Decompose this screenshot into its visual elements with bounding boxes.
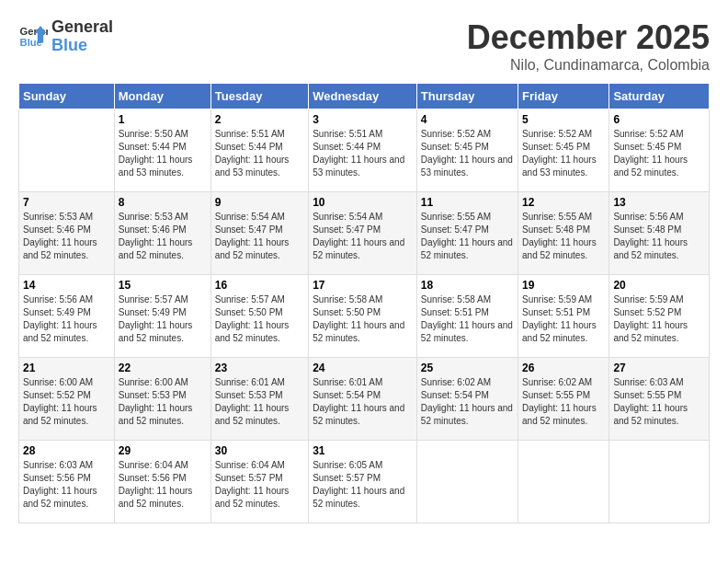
header-saturday: Saturday <box>609 84 710 109</box>
day-number: 18 <box>421 279 514 292</box>
day-cell: 11Sunrise: 5:55 AMSunset: 5:47 PMDayligh… <box>416 192 518 275</box>
day-info: Sunrise: 6:03 AMSunset: 5:55 PMDaylight:… <box>613 376 705 428</box>
day-cell: 13Sunrise: 5:56 AMSunset: 5:48 PMDayligh… <box>609 192 710 275</box>
day-cell: 24Sunrise: 6:01 AMSunset: 5:54 PMDayligh… <box>309 358 417 441</box>
day-cell: 5Sunrise: 5:52 AMSunset: 5:45 PMDaylight… <box>518 109 609 192</box>
header-tuesday: Tuesday <box>210 84 308 109</box>
day-info: Sunrise: 5:56 AMSunset: 5:49 PMDaylight:… <box>23 293 110 345</box>
day-cell: 19Sunrise: 5:59 AMSunset: 5:51 PMDayligh… <box>518 275 609 358</box>
logo-text: General Blue <box>51 18 113 55</box>
day-cell: 12Sunrise: 5:55 AMSunset: 5:48 PMDayligh… <box>518 192 609 275</box>
day-info: Sunrise: 6:05 AMSunset: 5:57 PMDaylight:… <box>313 459 413 511</box>
day-info: Sunrise: 6:04 AMSunset: 5:57 PMDaylight:… <box>215 459 304 511</box>
day-number: 3 <box>313 113 413 126</box>
day-info: Sunrise: 5:54 AMSunset: 5:47 PMDaylight:… <box>313 211 413 262</box>
week-row-1: 1Sunrise: 5:50 AMSunset: 5:44 PMDaylight… <box>19 109 710 192</box>
day-info: Sunrise: 5:54 AMSunset: 5:47 PMDaylight:… <box>215 211 304 262</box>
day-number: 16 <box>215 279 304 292</box>
day-number: 11 <box>421 196 514 209</box>
day-cell <box>518 441 609 523</box>
day-cell: 14Sunrise: 5:56 AMSunset: 5:49 PMDayligh… <box>19 275 115 358</box>
day-number: 29 <box>119 444 207 457</box>
day-cell: 18Sunrise: 5:58 AMSunset: 5:51 PMDayligh… <box>416 275 518 358</box>
day-cell: 28Sunrise: 6:03 AMSunset: 5:56 PMDayligh… <box>19 441 115 523</box>
day-cell: 27Sunrise: 6:03 AMSunset: 5:55 PMDayligh… <box>609 358 710 441</box>
day-cell: 17Sunrise: 5:58 AMSunset: 5:50 PMDayligh… <box>309 275 417 358</box>
day-cell: 7Sunrise: 5:53 AMSunset: 5:46 PMDaylight… <box>19 192 115 275</box>
day-cell: 4Sunrise: 5:52 AMSunset: 5:45 PMDaylight… <box>416 109 518 192</box>
day-cell: 22Sunrise: 6:00 AMSunset: 5:53 PMDayligh… <box>114 358 210 441</box>
day-cell: 26Sunrise: 6:02 AMSunset: 5:55 PMDayligh… <box>518 358 609 441</box>
day-cell <box>19 109 115 192</box>
day-cell: 23Sunrise: 6:01 AMSunset: 5:53 PMDayligh… <box>210 358 308 441</box>
day-number: 30 <box>215 444 304 457</box>
day-cell: 10Sunrise: 5:54 AMSunset: 5:47 PMDayligh… <box>309 192 417 275</box>
day-info: Sunrise: 5:51 AMSunset: 5:44 PMDaylight:… <box>313 128 413 179</box>
day-info: Sunrise: 5:56 AMSunset: 5:48 PMDaylight:… <box>613 211 705 262</box>
day-info: Sunrise: 5:57 AMSunset: 5:49 PMDaylight:… <box>119 293 207 345</box>
day-number: 19 <box>522 279 605 292</box>
day-number: 12 <box>522 196 605 209</box>
day-number: 25 <box>421 362 514 374</box>
logo-icon: General Blue <box>18 22 48 52</box>
day-number: 22 <box>119 362 207 374</box>
day-info: Sunrise: 5:57 AMSunset: 5:50 PMDaylight:… <box>215 293 304 345</box>
day-number: 7 <box>23 196 110 209</box>
day-info: Sunrise: 5:50 AMSunset: 5:44 PMDaylight:… <box>119 128 207 179</box>
day-number: 28 <box>23 444 110 457</box>
calendar-table: SundayMondayTuesdayWednesdayThursdayFrid… <box>18 83 710 523</box>
day-info: Sunrise: 5:58 AMSunset: 5:50 PMDaylight:… <box>313 293 413 345</box>
day-number: 26 <box>522 362 605 374</box>
week-row-3: 14Sunrise: 5:56 AMSunset: 5:49 PMDayligh… <box>19 275 710 358</box>
header-monday: Monday <box>114 84 210 109</box>
day-number: 27 <box>613 362 705 374</box>
day-cell <box>609 441 710 523</box>
day-cell: 1Sunrise: 5:50 AMSunset: 5:44 PMDaylight… <box>114 109 210 192</box>
day-number: 10 <box>313 196 413 209</box>
day-number: 5 <box>522 113 605 126</box>
day-number: 24 <box>313 362 413 374</box>
day-info: Sunrise: 5:55 AMSunset: 5:47 PMDaylight:… <box>421 211 514 262</box>
day-cell <box>416 441 518 523</box>
day-info: Sunrise: 5:53 AMSunset: 5:46 PMDaylight:… <box>23 211 110 262</box>
day-info: Sunrise: 6:03 AMSunset: 5:56 PMDaylight:… <box>23 459 110 511</box>
day-cell: 25Sunrise: 6:02 AMSunset: 5:54 PMDayligh… <box>416 358 518 441</box>
day-info: Sunrise: 6:00 AMSunset: 5:53 PMDaylight:… <box>119 376 207 428</box>
day-cell: 6Sunrise: 5:52 AMSunset: 5:45 PMDaylight… <box>609 109 710 192</box>
day-number: 9 <box>215 196 304 209</box>
day-info: Sunrise: 5:55 AMSunset: 5:48 PMDaylight:… <box>522 211 605 262</box>
week-row-2: 7Sunrise: 5:53 AMSunset: 5:46 PMDaylight… <box>19 192 710 275</box>
day-cell: 20Sunrise: 5:59 AMSunset: 5:52 PMDayligh… <box>609 275 710 358</box>
day-info: Sunrise: 5:59 AMSunset: 5:52 PMDaylight:… <box>613 293 705 345</box>
day-number: 8 <box>119 196 207 209</box>
day-number: 23 <box>215 362 304 374</box>
day-cell: 15Sunrise: 5:57 AMSunset: 5:49 PMDayligh… <box>114 275 210 358</box>
header-friday: Friday <box>518 84 609 109</box>
day-number: 17 <box>313 279 413 292</box>
day-cell: 31Sunrise: 6:05 AMSunset: 5:57 PMDayligh… <box>309 441 417 523</box>
day-info: Sunrise: 5:58 AMSunset: 5:51 PMDaylight:… <box>421 293 514 345</box>
day-cell: 30Sunrise: 6:04 AMSunset: 5:57 PMDayligh… <box>210 441 308 523</box>
day-info: Sunrise: 6:01 AMSunset: 5:54 PMDaylight:… <box>313 376 413 428</box>
day-cell: 8Sunrise: 5:53 AMSunset: 5:46 PMDaylight… <box>114 192 210 275</box>
day-number: 20 <box>613 279 705 292</box>
location: Nilo, Cundinamarca, Colombia <box>467 57 710 74</box>
week-row-5: 28Sunrise: 6:03 AMSunset: 5:56 PMDayligh… <box>19 441 710 523</box>
day-number: 4 <box>421 113 514 126</box>
header-row: SundayMondayTuesdayWednesdayThursdayFrid… <box>19 84 710 109</box>
day-number: 6 <box>613 113 705 126</box>
day-info: Sunrise: 5:52 AMSunset: 5:45 PMDaylight:… <box>522 128 605 179</box>
title-section: December 2025 Nilo, Cundinamarca, Colomb… <box>467 18 710 74</box>
day-number: 1 <box>119 113 207 126</box>
day-cell: 21Sunrise: 6:00 AMSunset: 5:52 PMDayligh… <box>19 358 115 441</box>
day-cell: 16Sunrise: 5:57 AMSunset: 5:50 PMDayligh… <box>210 275 308 358</box>
day-info: Sunrise: 6:02 AMSunset: 5:54 PMDaylight:… <box>421 376 514 428</box>
day-info: Sunrise: 5:53 AMSunset: 5:46 PMDaylight:… <box>119 211 207 262</box>
day-number: 2 <box>215 113 304 126</box>
header-thursday: Thursday <box>416 84 518 109</box>
day-info: Sunrise: 6:02 AMSunset: 5:55 PMDaylight:… <box>522 376 605 428</box>
day-cell: 9Sunrise: 5:54 AMSunset: 5:47 PMDaylight… <box>210 192 308 275</box>
day-info: Sunrise: 6:04 AMSunset: 5:56 PMDaylight:… <box>119 459 207 511</box>
day-number: 15 <box>119 279 207 292</box>
header-wednesday: Wednesday <box>309 84 417 109</box>
